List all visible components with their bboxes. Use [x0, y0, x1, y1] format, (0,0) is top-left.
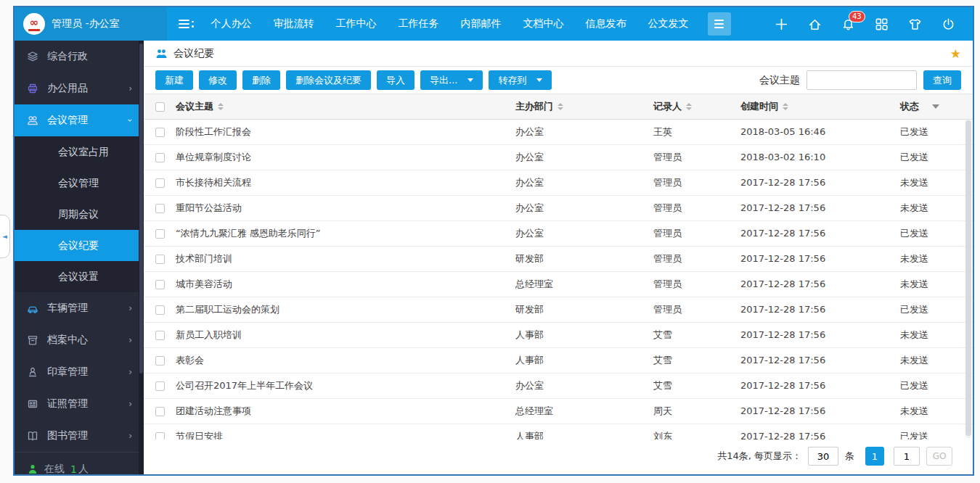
cell-status: 已发送 — [900, 119, 973, 144]
top-nav-item[interactable]: 工作中心 — [336, 17, 377, 30]
sidebar-item-layers[interactable]: 综合行政 — [15, 41, 144, 73]
power-icon[interactable] — [942, 17, 955, 31]
table-row[interactable]: 阶段性工作汇报会办公室王英2018-03-05 16:46已发送 — [144, 119, 973, 144]
toolbar-button[interactable]: 修改 — [199, 70, 237, 90]
cell-department: 人事部 — [515, 424, 653, 439]
app-window: ∞ 管理员 -办公室 个人办公审批流转工作中心工作任务内部邮件文档中心信息发布公… — [13, 6, 974, 476]
table-row[interactable]: 技术部门培训研发部管理员2017-12-28 17:56未发送 — [144, 246, 973, 271]
sidebar-item-certificate[interactable]: 证照管理› — [15, 388, 144, 420]
menu-collapse-icon[interactable] — [179, 20, 194, 28]
row-checkbox[interactable] — [155, 178, 165, 188]
row-checkbox[interactable] — [155, 331, 165, 340]
query-button[interactable]: 查询 — [923, 70, 961, 90]
sidebar-item-printer[interactable]: 办公用品› — [15, 73, 144, 104]
cell-department: 办公室 — [515, 119, 653, 144]
top-nav-item[interactable]: 文档中心 — [523, 17, 564, 30]
top-nav-item[interactable]: 内部邮件 — [461, 17, 502, 30]
column-header-label: 记录人 — [653, 100, 682, 113]
home-icon[interactable] — [808, 17, 822, 31]
top-nav-item[interactable]: 审批流转 — [274, 17, 314, 30]
cell-recorder: 王英 — [653, 119, 740, 144]
cell-status: 未发送 — [900, 347, 973, 373]
table-row[interactable]: 新员工入职培训人事部艾雪2017-12-28 17:56未发送 — [144, 322, 973, 347]
column-header[interactable]: 状态 — [900, 94, 973, 119]
row-checkbox[interactable] — [155, 204, 165, 213]
top-nav-item[interactable]: 信息发布 — [586, 17, 626, 30]
bell-icon[interactable]: 43 — [841, 17, 855, 31]
cell-subject: 重阳节公益活动 — [176, 195, 515, 220]
toolbar-button[interactable]: 转存到 — [489, 70, 552, 90]
table-row[interactable]: 公司召开2017年上半年工作会议办公室艾雪2017-12-28 17:56已发送 — [144, 373, 973, 398]
sidebar-item-car[interactable]: 车辆管理› — [15, 292, 144, 324]
sidebar-item-meeting[interactable]: 会议管理› — [15, 104, 144, 136]
more-menu-button[interactable] — [708, 12, 731, 36]
main-panel: 会议纪要 ★ 新建修改删除删除会议及纪要导入导出...转存到 会议主题 查询 — [144, 41, 973, 474]
shirt-icon[interactable] — [908, 17, 922, 31]
row-checkbox[interactable] — [155, 381, 165, 391]
table-row[interactable]: 单位规章制度讨论办公室管理员2018-03-02 16:10已发送 — [144, 144, 973, 170]
row-checkbox[interactable] — [155, 305, 165, 315]
cell-subject: 城市美容活动 — [176, 271, 515, 297]
top-nav-item[interactable]: 公文发文 — [648, 17, 689, 30]
table-row[interactable]: 节假日安排人事部刘东2017-12-28 17:56已发送 — [144, 424, 973, 439]
submenu-item[interactable]: 会议室占用 — [15, 136, 144, 168]
sidebar-scrollbar[interactable] — [139, 41, 144, 474]
row-checkbox[interactable] — [155, 407, 165, 416]
top-nav: 个人办公审批流转工作中心工作任务内部邮件文档中心信息发布公文发文 — [211, 17, 689, 30]
row-checkbox[interactable] — [155, 356, 165, 366]
favorite-star-icon[interactable]: ★ — [950, 46, 961, 61]
column-header[interactable]: 会议主题 — [176, 94, 515, 119]
cell-status: 未发送 — [900, 322, 973, 347]
subject-search-input[interactable] — [807, 70, 917, 90]
column-header[interactable]: 主办部门 — [515, 94, 653, 119]
sidebar-item-stamp[interactable]: 印章管理› — [15, 356, 144, 388]
submenu-item[interactable]: 会议设置 — [15, 261, 144, 292]
sidebar-collapse-handle[interactable]: ◄ — [0, 215, 10, 258]
cell-status: 未发送 — [900, 170, 973, 195]
top-nav-item[interactable]: 个人办公 — [211, 17, 252, 30]
table-row[interactable]: 团建活动注意事项总经理室周天2017-12-28 17:56未发送 — [144, 398, 973, 424]
table-scrollbar[interactable] — [965, 120, 971, 438]
cell-recorder: 管理员 — [653, 246, 740, 271]
current-page-button[interactable]: 1 — [865, 447, 884, 466]
page-size-input[interactable] — [808, 447, 838, 466]
submenu-item[interactable]: 周期会议 — [15, 199, 144, 230]
row-checkbox[interactable] — [155, 153, 165, 162]
table-header-row: 会议主题主办部门记录人创建时间状态 — [144, 94, 973, 119]
toolbar-button[interactable]: 导入 — [377, 70, 415, 90]
column-header-label: 会议主题 — [176, 100, 213, 113]
toolbar-button-label: 修改 — [208, 74, 227, 87]
toolbar-button[interactable]: 新建 — [155, 70, 193, 90]
meeting-icon — [26, 115, 38, 127]
top-nav-item[interactable]: 工作任务 — [399, 17, 439, 30]
table-row[interactable]: “浓情九九聚汇雅 感恩助老乐同行”办公室管理员2017-12-28 17:56已… — [144, 220, 973, 246]
table-row[interactable]: 第二届职工运动会的策划研发部管理员2017-12-28 17:56已发送 — [144, 297, 973, 322]
toolbar-button[interactable]: 删除 — [242, 70, 280, 90]
sidebar-item-book[interactable]: 图书管理› — [15, 420, 144, 452]
go-button[interactable]: GO — [926, 447, 952, 466]
toolbar-button[interactable]: 删除会议及纪要 — [286, 70, 371, 90]
row-checkbox[interactable] — [155, 229, 165, 239]
sidebar-item-label: 证照管理 — [47, 397, 120, 410]
table-row[interactable]: 市长接待相关流程办公室管理员2017-12-28 17:56未发送 — [144, 170, 973, 195]
table-row[interactable]: 城市美容活动总经理室管理员2017-12-28 17:56未发送 — [144, 271, 973, 297]
table-row[interactable]: 重阳节公益活动办公室管理员2017-12-28 17:56未发送 — [144, 195, 973, 220]
cell-recorder: 艾雪 — [653, 347, 740, 373]
row-checkbox[interactable] — [155, 280, 165, 289]
sidebar-item-archive[interactable]: 档案中心› — [15, 324, 144, 356]
cell-status: 已发送 — [900, 424, 973, 439]
plus-icon[interactable] — [775, 17, 788, 31]
submenu-item[interactable]: 会议纪要 — [15, 230, 144, 261]
column-header[interactable]: 记录人 — [653, 94, 740, 119]
cell-created: 2017-12-28 17:56 — [740, 424, 900, 439]
row-checkbox[interactable] — [155, 128, 165, 137]
submenu-item[interactable]: 会议管理 — [15, 168, 144, 199]
goto-page-input[interactable] — [894, 447, 920, 466]
select-all-checkbox[interactable] — [155, 102, 165, 112]
apps-icon[interactable] — [875, 17, 889, 31]
row-checkbox[interactable] — [155, 255, 165, 264]
table-row[interactable]: 表彰会人事部艾雪2017-12-28 17:56未发送 — [144, 347, 973, 373]
toolbar-button[interactable]: 导出... — [420, 70, 483, 90]
row-checkbox[interactable] — [155, 432, 165, 439]
column-header[interactable]: 创建时间 — [740, 94, 900, 119]
